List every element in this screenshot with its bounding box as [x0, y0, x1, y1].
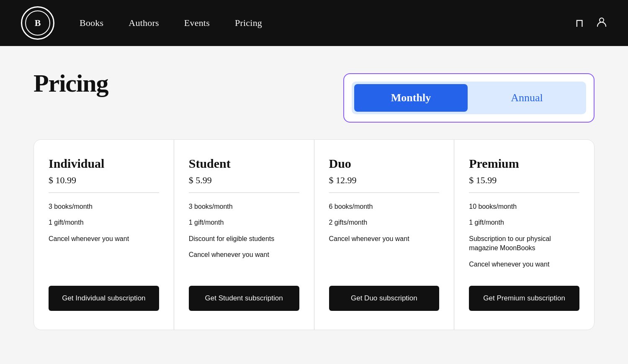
premium-cta-button[interactable]: Get Premium subscription	[469, 286, 579, 311]
logo-circle: B	[21, 6, 54, 40]
svg-point-0	[600, 18, 604, 22]
list-item: Cancel whenever you want	[189, 250, 299, 259]
plan-duo-features: 6 books/month 2 gifts/month Cancel whene…	[329, 202, 440, 269]
list-item: 6 books/month	[329, 202, 440, 211]
list-item: 1 gift/month	[49, 218, 159, 227]
plan-student-features: 3 books/month 1 gift/month Discount for …	[189, 202, 299, 269]
individual-cta-button[interactable]: Get Individual subscription	[49, 286, 159, 311]
plan-student-divider	[189, 192, 299, 193]
plan-duo-name: Duo	[329, 156, 440, 171]
list-item: Discount for eligible students	[189, 234, 299, 244]
plan-premium-features: 10 books/month 1 gift/month Subscription…	[469, 202, 579, 269]
plan-student-name: Student	[189, 156, 299, 171]
navbar: B Books Authors Events Pricing ⊓	[0, 0, 628, 46]
plan-duo-divider	[329, 192, 440, 193]
plan-individual-divider	[49, 192, 159, 193]
plans-container: Individual $ 10.99 3 books/month 1 gift/…	[33, 139, 595, 330]
plan-individual: Individual $ 10.99 3 books/month 1 gift/…	[34, 140, 174, 330]
nav-events[interactable]: Events	[184, 18, 210, 28]
nav-right: ⊓	[575, 16, 607, 30]
plan-premium: Premium $ 15.99 10 books/month 1 gift/mo…	[454, 140, 594, 330]
list-item: Cancel whenever you want	[329, 234, 440, 244]
plan-student: Student $ 5.99 3 books/month 1 gift/mont…	[174, 140, 314, 330]
nav-links: Books Authors Events Pricing	[80, 18, 262, 28]
plan-individual-name: Individual	[49, 156, 159, 171]
list-item: Cancel whenever you want	[469, 260, 579, 269]
list-item: 1 gift/month	[469, 218, 579, 227]
billing-toggle: Monthly Annual	[352, 82, 586, 114]
list-item: 3 books/month	[49, 202, 159, 211]
monthly-toggle-button[interactable]: Monthly	[354, 84, 468, 112]
nav-authors[interactable]: Authors	[129, 18, 159, 28]
billing-toggle-wrapper: Monthly Annual	[343, 73, 595, 123]
logo-inner: B	[25, 10, 50, 36]
plan-duo-price: $ 12.99	[329, 175, 440, 186]
plan-individual-features: 3 books/month 1 gift/month Cancel whenev…	[49, 202, 159, 269]
plan-individual-price: $ 10.99	[49, 175, 159, 186]
nav-books[interactable]: Books	[80, 18, 103, 28]
logo[interactable]: B	[21, 6, 54, 40]
nav-pricing[interactable]: Pricing	[235, 18, 262, 28]
list-item: 2 gifts/month	[329, 218, 440, 227]
list-item: 1 gift/month	[189, 218, 299, 227]
user-icon[interactable]	[596, 16, 607, 30]
logo-icon: B	[35, 18, 41, 28]
student-cta-button[interactable]: Get Student subscription	[189, 286, 299, 311]
list-item: Cancel whenever you want	[49, 234, 159, 244]
plan-premium-name: Premium	[469, 156, 579, 171]
plan-premium-price: $ 15.99	[469, 175, 579, 186]
annual-toggle-button[interactable]: Annual	[470, 84, 584, 112]
list-item: 3 books/month	[189, 202, 299, 211]
page-title: Pricing	[33, 69, 108, 98]
duo-cta-button[interactable]: Get Duo subscription	[329, 286, 440, 311]
main-content: Pricing Monthly Annual Individual $ 10.9…	[0, 46, 628, 364]
plan-student-price: $ 5.99	[189, 175, 299, 186]
plan-premium-divider	[469, 192, 579, 193]
plan-duo: Duo $ 12.99 6 books/month 2 gifts/month …	[314, 140, 455, 330]
cart-icon[interactable]: ⊓	[575, 17, 584, 30]
page-header: Pricing Monthly Annual	[33, 69, 595, 123]
list-item: Subscription to our physical magazine Mo…	[469, 234, 579, 253]
list-item: 10 books/month	[469, 202, 579, 211]
